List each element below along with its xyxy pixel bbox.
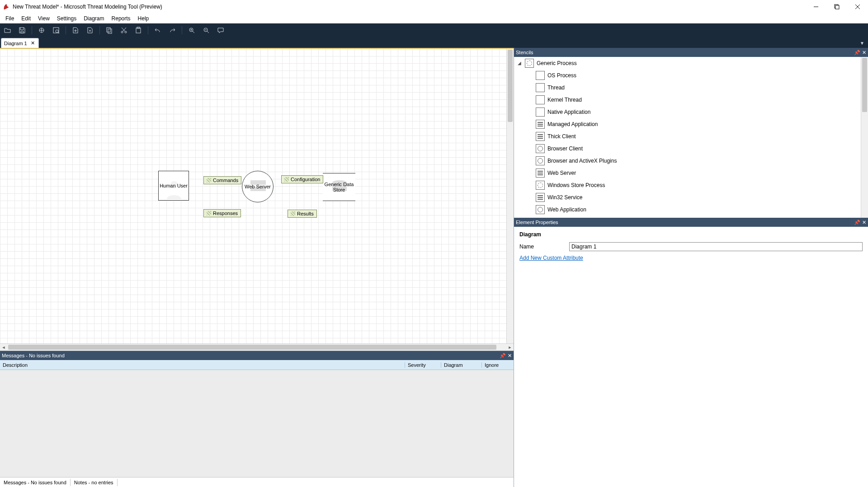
cut-icon[interactable] (119, 25, 129, 35)
window-title: New Threat Model* - Microsoft Threat Mod… (13, 4, 162, 10)
stencil-thread[interactable]: Thread (514, 81, 868, 94)
toolbar (0, 23, 868, 37)
messages-columns: Description Severity Diagram Ignore (0, 360, 514, 370)
menu-diagram[interactable]: Diagram (80, 14, 108, 23)
feedback-icon[interactable] (216, 25, 226, 35)
node-web-server[interactable]: Web Server (242, 171, 274, 202)
flow-arrows (0, 49, 136, 117)
stencil-thick-client[interactable]: Thick Client (514, 130, 868, 142)
tab-dropdown-icon[interactable]: ▼ (859, 40, 865, 46)
zoom-in-icon[interactable] (187, 25, 197, 35)
menu-view[interactable]: View (34, 14, 53, 23)
messages-body (0, 370, 514, 477)
tab-diagram-1[interactable]: Diagram 1 ✕ (1, 38, 39, 48)
properties-header: Element Properties 📌 ✕ (514, 218, 868, 227)
stencils-title: Stencils (516, 50, 533, 55)
app-icon (3, 3, 10, 10)
flow-results[interactable]: Results (288, 210, 317, 218)
title-bar: New Threat Model* - Microsoft Threat Mod… (0, 0, 868, 14)
flow-commands[interactable]: Commands (203, 176, 241, 184)
panel-close-icon[interactable]: ✕ (862, 50, 866, 56)
col-diagram[interactable]: Diagram (441, 362, 482, 368)
menu-settings[interactable]: Settings (53, 14, 80, 23)
add-custom-attribute-link[interactable]: Add New Custom Attribute (519, 255, 583, 261)
messages-panel: Messages - No issues found 📌 ✕ Descripti… (0, 351, 514, 477)
stencil-windows-store-process[interactable]: Windows Store Process (514, 179, 868, 191)
flow-icon (207, 178, 211, 183)
stencils-header: Stencils 📌 ✕ (514, 48, 868, 57)
property-name-label: Name (519, 244, 569, 250)
stencil-native-application[interactable]: Native Application (514, 106, 868, 118)
status-messages[interactable]: Messages - No issues found (0, 479, 71, 486)
node-data-store[interactable]: Generic Data Store (323, 173, 355, 201)
stencil-icon (536, 193, 545, 202)
tab-close-icon[interactable]: ✕ (30, 40, 36, 46)
svg-rect-10 (108, 29, 112, 33)
canvas-scrollbar-horizontal[interactable]: ◄► (0, 343, 514, 351)
panel-close-icon[interactable]: ✕ (862, 220, 866, 225)
close-button[interactable] (847, 0, 868, 14)
properties-panel: Element Properties 📌 ✕ Diagram Name Add … (514, 218, 868, 487)
node-label: Human User (160, 183, 188, 188)
svg-rect-9 (107, 28, 110, 32)
panel-close-icon[interactable]: ✕ (508, 353, 512, 359)
design-view-icon[interactable] (37, 25, 47, 35)
save-icon[interactable] (17, 25, 27, 35)
flow-responses[interactable]: Responses (203, 209, 241, 217)
stencil-managed-application[interactable]: Managed Application (514, 118, 868, 130)
tree-collapse-icon[interactable]: ◢ (518, 61, 522, 66)
paste-icon[interactable] (133, 25, 143, 35)
stencil-os-process[interactable]: OS Process (514, 69, 868, 81)
minimize-button[interactable] (806, 0, 826, 14)
menu-help[interactable]: Help (134, 14, 153, 23)
process-gear-icon (525, 59, 534, 68)
stencil-icon (536, 83, 545, 92)
stencil-browser-activex[interactable]: Browser and ActiveX Plugins (514, 155, 868, 167)
flow-configuration[interactable]: Configuration (281, 175, 323, 183)
status-bar: Messages - No issues found Notes - no en… (0, 477, 514, 487)
stencil-web-application[interactable]: Web Application (514, 203, 868, 215)
copy-icon[interactable] (104, 25, 114, 35)
stencil-icon (536, 169, 545, 178)
diagram-canvas[interactable]: Human User Web Server Generic Data Store… (0, 48, 514, 351)
stencil-kernel-thread[interactable]: Kernel Thread (514, 94, 868, 106)
property-name-input[interactable] (569, 242, 863, 251)
status-notes[interactable]: Notes - no entries (71, 479, 118, 486)
stencil-icon (536, 95, 545, 104)
analysis-view-icon[interactable] (51, 25, 61, 35)
maximize-button[interactable] (826, 0, 847, 14)
person-icon (164, 179, 184, 199)
stencil-browser-client[interactable]: Browser Client (514, 142, 868, 155)
svg-rect-13 (136, 28, 141, 33)
panel-pin-icon[interactable]: 📌 (854, 220, 860, 225)
col-description[interactable]: Description (0, 362, 405, 368)
stencil-icon (536, 132, 545, 141)
flow-icon (291, 211, 295, 216)
open-icon[interactable] (3, 25, 13, 35)
node-label: Web Server (245, 184, 271, 189)
panel-pin-icon[interactable]: 📌 (854, 50, 860, 56)
redo-icon[interactable] (167, 25, 177, 35)
stencils-panel: Stencils 📌 ✕ ◢ Generic Process OS Proces… (514, 48, 868, 218)
messages-title: Messages - No issues found (2, 353, 65, 358)
node-human-user[interactable]: Human User (158, 171, 189, 201)
delete-diagram-icon[interactable] (85, 25, 95, 35)
tab-strip: Diagram 1 ✕ ▼ (0, 37, 868, 48)
new-diagram-icon[interactable] (71, 25, 80, 35)
menu-file[interactable]: File (2, 14, 18, 23)
zoom-out-icon[interactable] (201, 25, 211, 35)
panel-pin-icon[interactable]: 📌 (500, 353, 506, 359)
undo-icon[interactable] (153, 25, 163, 35)
stencil-win32-service[interactable]: Win32 Service (514, 191, 868, 203)
stencil-web-server[interactable]: Web Server (514, 167, 868, 179)
col-severity[interactable]: Severity (405, 362, 441, 368)
menu-reports[interactable]: Reports (108, 14, 134, 23)
menu-edit[interactable]: Edit (18, 14, 34, 23)
stencil-icon (536, 144, 545, 153)
stencils-scrollbar[interactable] (861, 57, 868, 218)
tab-label: Diagram 1 (4, 41, 27, 46)
canvas-scrollbar-vertical[interactable] (506, 49, 514, 351)
stencil-generic-process[interactable]: ◢ Generic Process (514, 57, 868, 69)
stencil-icon (536, 181, 545, 190)
col-ignore[interactable]: Ignore (482, 362, 514, 368)
